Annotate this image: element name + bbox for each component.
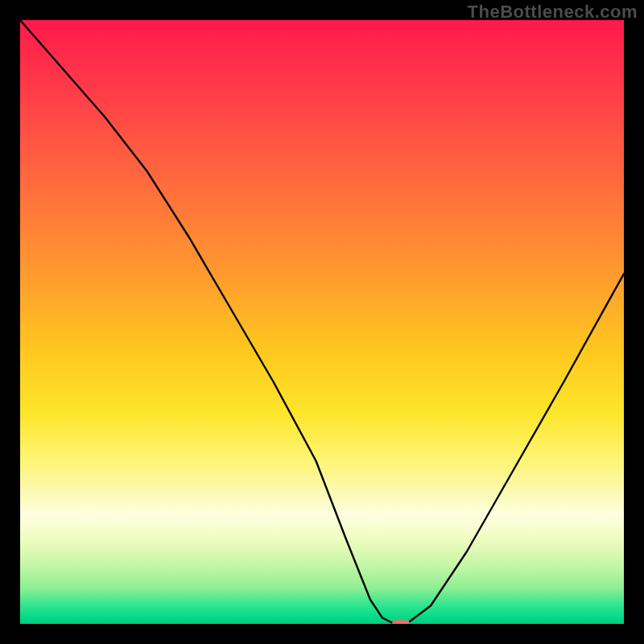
min-marker <box>392 620 410 625</box>
watermark-text: TheBottleneck.com <box>468 2 638 23</box>
plot-area <box>20 20 624 624</box>
bottleneck-curve <box>20 20 624 624</box>
chart-container: TheBottleneck.com <box>0 0 644 644</box>
curve-path <box>20 20 624 624</box>
